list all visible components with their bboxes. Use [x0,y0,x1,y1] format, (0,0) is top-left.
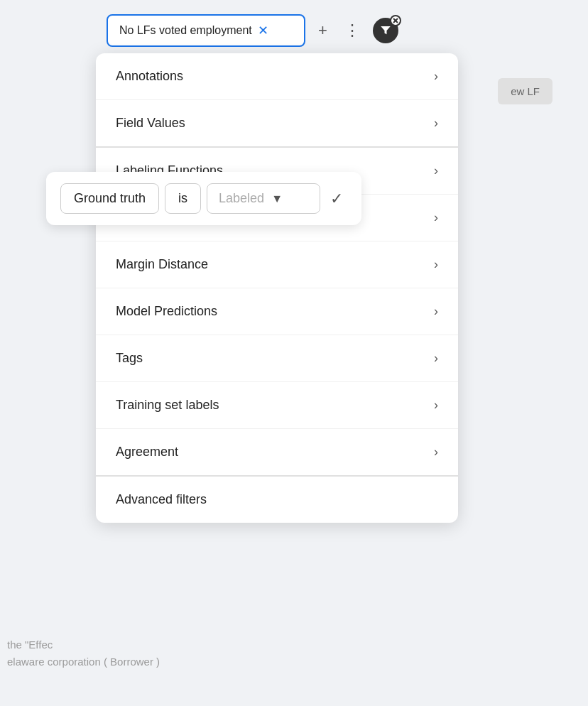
menu-item-training-set-labels[interactable]: Training set labels› [96,382,458,429]
bg-line-1: the "Effec [7,636,160,653]
menu-item-margin-distance[interactable]: Margin Distance› [96,241,458,288]
filter-row: Ground truth is Labeled ▼ ✓ [46,172,361,225]
menu-item-label: Margin Distance [116,257,208,272]
menu-item-model-predictions[interactable]: Model Predictions› [96,288,458,335]
filter-badge [390,15,401,26]
menu-item-label: Advanced filters [116,492,207,507]
menu-item-field-values[interactable]: Field Values› [96,100,458,148]
menu-item-label: Tags [116,351,143,366]
chevron-right-icon: › [434,69,438,84]
chevron-right-icon: › [434,163,438,178]
background-text: the "Effec elaware corporation ( Borrowe… [0,629,167,678]
menu-item-agreement[interactable]: Agreement› [96,429,458,477]
chevron-right-icon: › [434,351,438,366]
add-filter-button[interactable]: + [314,17,332,44]
chevron-right-icon: › [434,210,438,225]
menu-item-tags[interactable]: Tags› [96,335,458,382]
is-chip[interactable]: is [165,183,201,214]
top-bar: No LFs voted employment ✕ + ⋮ [107,14,574,47]
menu-item-label: Field Values [116,116,185,131]
filter-icon-button[interactable] [373,18,398,43]
funnel-icon [379,24,392,37]
close-tab-icon[interactable]: ✕ [258,23,268,38]
search-tab[interactable]: No LFs voted employment ✕ [107,14,305,47]
labeled-dropdown[interactable]: Labeled ▼ [207,183,320,214]
menu-item-annotations[interactable]: Annotations› [96,53,458,100]
chevron-right-icon: › [434,257,438,272]
menu-item-label: Model Predictions [116,304,217,319]
search-tab-label: No LFs voted employment [119,24,252,37]
chevron-down-icon: ▼ [271,192,283,205]
menu-items: Annotations›Field Values›Labeling Functi… [96,53,458,523]
chevron-right-icon: › [434,445,438,460]
chevron-right-icon: › [434,304,438,319]
confirm-filter-button[interactable]: ✓ [326,185,347,212]
labeled-label: Labeled [219,191,264,206]
ground-truth-chip[interactable]: Ground truth [60,183,159,214]
badge-x-icon [392,17,399,24]
menu-item-advanced-filters[interactable]: Advanced filters [96,477,458,523]
chevron-right-icon: › [434,398,438,413]
menu-item-label: Training set labels [116,398,219,413]
chevron-right-icon: › [434,116,438,131]
menu-item-label: Agreement [116,445,178,460]
bg-line-2: elaware corporation ( Borrower ) [7,653,160,670]
more-options-button[interactable]: ⋮ [340,17,364,44]
new-lf-button[interactable]: ew LF [498,78,552,104]
menu-item-label: Annotations [116,69,183,84]
dropdown-menu: Annotations›Field Values›Labeling Functi… [96,53,458,523]
